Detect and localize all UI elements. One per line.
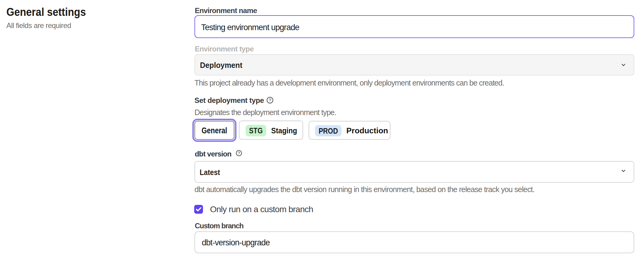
svg-text:?: ? [269,97,271,103]
svg-text:?: ? [238,151,240,156]
